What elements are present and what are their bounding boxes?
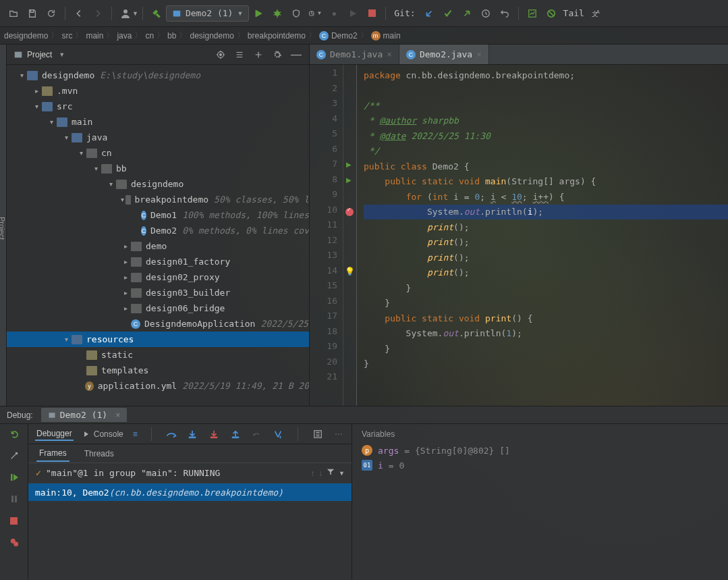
stocks-icon[interactable] [526,7,539,20]
git-push-icon[interactable] [460,7,474,20]
breakpoints-icon[interactable] [8,536,20,548]
coverage-icon[interactable] [289,7,303,20]
tree-row[interactable]: yapplication.yml2022/5/19 11:49, 21 B 20 [7,378,309,394]
tree-label: application.yml [98,381,177,391]
user-icon[interactable] [119,7,132,20]
crumb-item[interactable]: designdemo [190,31,233,41]
svg-rect-16 [15,496,17,502]
crumb-item[interactable]: src [61,31,72,41]
tree-row[interactable]: ▾designdemo [7,176,309,192]
git-pull-icon[interactable] [422,7,436,20]
resume-icon[interactable] [8,471,20,483]
tree-row[interactable]: CDemo1100% methods, 100% lines [7,207,309,223]
threads-subtab[interactable]: Threads [82,446,117,461]
back-icon[interactable] [72,7,86,20]
minimize-icon[interactable]: — [290,49,302,61]
inspect-icon[interactable] [544,7,558,20]
crumb-item[interactable]: cn [145,31,154,41]
tree-row[interactable]: ▸design06_bridge [7,300,309,316]
frames-subtab[interactable]: Frames [36,446,69,462]
tree-row[interactable]: CDesigndemoApplication2022/5/25 [7,316,309,332]
breakpoint-icon[interactable] [345,208,354,216]
debug-session-tab[interactable]: Demo2 (1) × [41,408,127,422]
evaluate-icon[interactable] [312,428,324,440]
git-commit-icon[interactable] [441,7,455,20]
step-out-icon[interactable] [229,428,242,440]
tree-row[interactable]: CDemo20% methods, 0% lines cov [7,223,309,238]
tree-label: design03_builder [146,288,230,298]
collapse-icon[interactable] [252,49,264,61]
tree-row[interactable]: ▾resources [7,332,309,347]
editor-tab[interactable]: CDemo1.java× [310,45,399,64]
tree-row[interactable]: ▾breakpointdemo50% classes, 50% l [7,192,309,207]
breakpoint-gutter[interactable]: ▶▶💡 [343,65,357,406]
run-config-selector[interactable]: Demo2 (1) ▼ [166,5,249,22]
rerun-icon[interactable] [8,428,20,440]
tree-row[interactable]: ▾designdemoE:\study\designdemo [7,68,309,83]
svg-rect-10 [15,51,22,57]
tree-row[interactable]: templates [7,363,309,378]
target-icon[interactable] [215,49,227,61]
git-revert-icon[interactable] [498,7,511,20]
profile-icon[interactable]: ▼ [308,7,322,20]
tree-row[interactable]: ▸design02_proxy [7,269,309,285]
console-tab[interactable]: Console [83,429,123,439]
stack-frame-row[interactable]: main:10, Demo2 (cn.bb.designdemo.breakpo… [28,483,352,501]
crumb-item[interactable]: bb [167,31,176,41]
tree-row[interactable]: static [7,347,309,363]
crumb-item[interactable]: main [383,31,401,41]
tree-row[interactable]: ▾src [7,99,309,114]
run-gutter-icon[interactable]: ▶ [346,161,352,168]
crumb-item[interactable]: breakpointdemo [248,31,306,41]
crumb-item[interactable]: main [86,31,103,41]
bulb-icon[interactable]: 💡 [345,267,355,276]
folder-icon [101,164,112,174]
debug-icon[interactable] [271,7,284,20]
step-over-icon[interactable] [165,428,177,440]
gear-icon[interactable] [271,49,283,61]
tree-row[interactable]: ▸design03_builder [7,285,309,300]
editor-tab[interactable]: CDemo2.java× [399,45,489,64]
refresh-icon[interactable] [45,7,58,20]
variable-row[interactable]: pargs= {String[0]@802} [] [362,443,719,458]
tree-row[interactable]: ▾cn [7,145,309,161]
crumb-item[interactable]: designdemo [4,31,48,41]
crumb-item[interactable]: Demo2 [331,31,358,41]
tree-row[interactable]: ▸demo [7,238,309,254]
tree-row[interactable]: ▾java [7,130,309,145]
variable-row[interactable]: 01i= 0 [362,458,719,473]
svg-point-7 [547,9,555,17]
open-icon[interactable] [7,7,20,20]
stop-icon[interactable] [365,7,379,20]
settings-icon[interactable] [8,450,20,462]
save-icon[interactable] [26,7,39,20]
class-icon: C [131,319,140,329]
project-tree[interactable]: ▾designdemoE:\study\designdemo▸.mvn▾src▾… [7,65,309,406]
tree-row[interactable]: ▾bb [7,161,309,176]
debugger-tab[interactable]: Debugger [35,427,74,441]
attach-icon[interactable]: ● [327,7,341,20]
pause-icon[interactable] [8,493,20,505]
tree-row[interactable]: ▸.mvn [7,83,309,99]
git-history-icon[interactable] [479,7,493,20]
code-body[interactable]: package cn.bb.designdemo.breakpointdemo;… [357,65,728,406]
crumb-item[interactable]: java [117,31,132,41]
run-last-icon[interactable] [346,7,360,20]
stop-debug-icon[interactable] [8,515,20,527]
forward-icon[interactable] [91,7,105,20]
hammer-icon[interactable] [150,7,163,20]
tree-row[interactable]: ▾main [7,114,309,130]
force-step-icon[interactable] [208,428,220,440]
filter-icon[interactable] [327,468,335,478]
run-gutter-icon[interactable]: ▶ [346,176,352,184]
run-to-cursor-icon[interactable] [272,428,284,440]
left-gutter-label[interactable]: Project [0,45,7,406]
translate-icon[interactable]: 文A [590,7,603,20]
gutter[interactable]: 123456789101112131415161718192021 [310,65,343,406]
expand-icon[interactable] [233,49,246,61]
tree-row[interactable]: ▸design01_factory [7,254,309,269]
run-icon[interactable] [252,7,265,20]
trace-icon[interactable]: ⋯ [333,428,345,440]
step-into-icon[interactable] [186,428,198,440]
drop-frame-icon[interactable]: ⤺ [250,428,262,440]
